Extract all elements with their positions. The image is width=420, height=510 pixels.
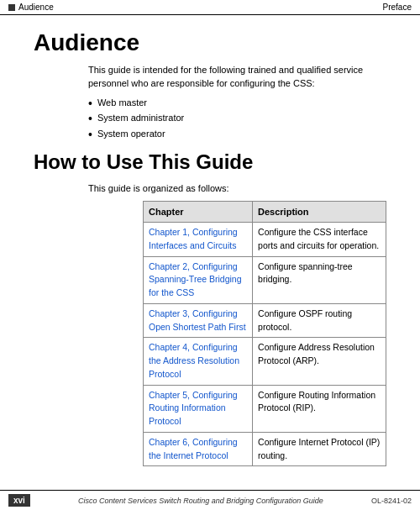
description-cell: Configure the CSS interface ports and ci…	[253, 223, 386, 257]
audience-bullet-list: • Web master • System administrator • Sy…	[88, 96, 386, 141]
main-content: Audience This guide is intended for the …	[0, 15, 420, 478]
list-item: • System operator	[88, 127, 386, 141]
chapter-link[interactable]: Chapter 4, Configuring the Address Resol…	[149, 342, 239, 379]
table-header-row: Chapter Description	[144, 201, 386, 223]
table-row: Chapter 1, Configuring Interfaces and Ci…	[144, 223, 386, 257]
description-cell: Configure OSPF routing protocol.	[253, 303, 386, 338]
chapter-cell: Chapter 3, Configuring Open Shortest Pat…	[144, 303, 253, 338]
audience-intro-text: This guide is intended for the following…	[88, 63, 386, 91]
table-row: Chapter 2, Configuring Spanning-Tree Bri…	[144, 256, 386, 303]
audience-title: Audience	[34, 30, 386, 56]
bullet-icon: •	[88, 97, 92, 109]
chapter-cell: Chapter 5, Configuring Routing Informati…	[144, 385, 253, 432]
guide-table: Chapter Description Chapter 1, Configuri…	[143, 201, 386, 467]
chapter-cell: Chapter 2, Configuring Spanning-Tree Bri…	[144, 256, 253, 303]
description-cell: Configure Routing Information Protocol (…	[253, 385, 386, 432]
bullet-icon: •	[88, 129, 92, 140]
table-row: Chapter 3, Configuring Open Shortest Pat…	[144, 303, 386, 338]
header-left-label: Audience	[18, 3, 54, 12]
header-right-label: Preface	[383, 3, 412, 12]
chapter-cell: Chapter 4, Configuring the Address Resol…	[144, 338, 253, 385]
how-to-use-body: This guide is organized as follows: Chap…	[88, 181, 386, 466]
chapter-link[interactable]: Chapter 5, Configuring Routing Informati…	[149, 390, 238, 427]
table-intro-text: This guide is organized as follows:	[88, 181, 386, 196]
audience-section: Audience This guide is intended for the …	[34, 30, 386, 140]
list-item: • System administrator	[88, 111, 386, 125]
chapter-link[interactable]: Chapter 2, Configuring Spanning-Tree Bri…	[149, 261, 242, 298]
table-row: Chapter 4, Configuring the Address Resol…	[144, 338, 386, 385]
table-row: Chapter 6, Configuring the Internet Prot…	[144, 432, 386, 466]
table-row: Chapter 5, Configuring Routing Informati…	[144, 385, 386, 432]
bottom-bar: xvi Cisco Content Services Switch Routin…	[0, 490, 420, 510]
top-bar-left: Audience	[8, 3, 54, 12]
col-desc-header: Description	[253, 201, 386, 223]
chapter-link[interactable]: Chapter 6, Configuring the Internet Prot…	[149, 437, 238, 460]
bullet-text-2: System administrator	[97, 111, 184, 125]
page-number: xvi	[8, 494, 30, 507]
bullet-icon: •	[88, 113, 92, 124]
col-chapter-header: Chapter	[144, 201, 253, 223]
footer-right-text: OL-8241-02	[371, 497, 412, 505]
bottom-bar-left: xvi	[8, 494, 30, 507]
list-item: • Web master	[88, 96, 386, 110]
bullet-text-3: System operator	[97, 127, 165, 141]
audience-body: This guide is intended for the following…	[88, 63, 386, 141]
header-square-icon	[8, 4, 15, 11]
how-to-use-section: How to Use This Guide This guide is orga…	[34, 150, 386, 466]
bullet-text-1: Web master	[97, 96, 147, 110]
chapter-link[interactable]: Chapter 3, Configuring Open Shortest Pat…	[149, 308, 246, 332]
description-cell: Configure Internet Protocol (IP) routing…	[253, 432, 386, 466]
chapter-link[interactable]: Chapter 1, Configuring Interfaces and Ci…	[149, 227, 238, 250]
chapter-cell: Chapter 1, Configuring Interfaces and Ci…	[144, 223, 253, 257]
top-bar: Audience Preface	[0, 0, 420, 15]
description-cell: Configure Address Resolution Protocol (A…	[253, 338, 386, 385]
description-cell: Configure spanning-tree bridging.	[253, 256, 386, 303]
footer-center-text: Cisco Content Services Switch Routing an…	[78, 497, 323, 505]
how-to-use-title: How to Use This Guide	[34, 150, 386, 175]
chapter-cell: Chapter 6, Configuring the Internet Prot…	[144, 432, 253, 466]
